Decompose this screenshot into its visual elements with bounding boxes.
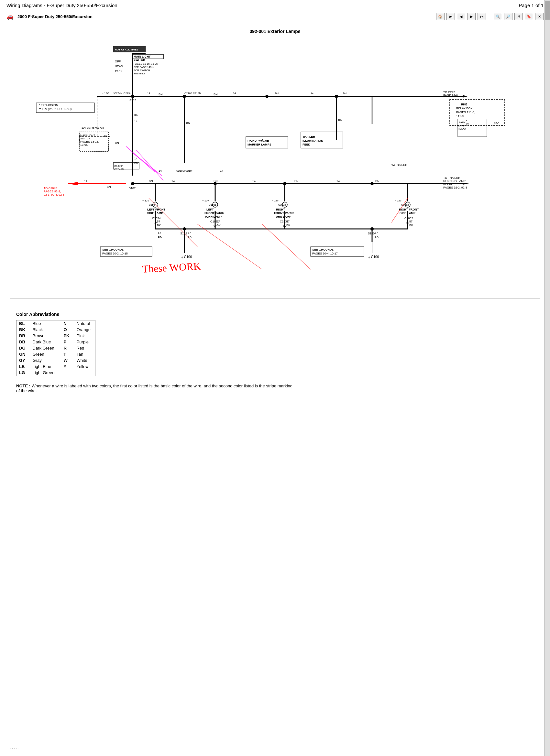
svg-text:14: 14 xyxy=(84,179,87,183)
svg-text:HOT AT ALL TIMES: HOT AT ALL TIMES xyxy=(115,48,139,51)
scrollbar-thumb[interactable] xyxy=(545,1,550,20)
svg-text:14: 14 xyxy=(147,92,150,95)
svg-text:FEED: FEED xyxy=(303,143,311,146)
color-abbr: DB xyxy=(16,339,30,345)
svg-text:⊕: ⊕ xyxy=(281,204,283,207)
svg-text:14: 14 xyxy=(171,179,175,183)
prev-icon[interactable]: ◀ xyxy=(457,13,465,20)
svg-text:ILLUMINATION: ILLUMINATION xyxy=(303,139,323,142)
svg-text:BN: BN xyxy=(375,179,380,183)
svg-text:BK: BK xyxy=(217,224,221,227)
header-title: Wiring Diagrams - F-Super Duty 250-550/E… xyxy=(6,3,117,8)
svg-text:*C274b *C273a: *C274b *C273a xyxy=(113,92,131,95)
svg-text:RELAY: RELAY xyxy=(443,183,453,186)
svg-text:MAIN LIGHT: MAIN LIGHT xyxy=(134,55,151,58)
svg-text:~ 12V: ~ 12V xyxy=(272,199,279,202)
svg-text:* EXCURSION: * EXCURSION xyxy=(39,103,58,107)
diagram-title: 092-001 Exterior Lamps xyxy=(10,29,540,34)
svg-text:PICKUP W/CAB: PICKUP W/CAB xyxy=(247,139,269,142)
svg-text:BK: BK xyxy=(375,235,379,238)
svg-text:14: 14 xyxy=(134,157,137,160)
svg-text:BN: BN xyxy=(186,121,190,124)
color-abbr: PK xyxy=(61,333,74,339)
color-name: Light Green xyxy=(30,370,61,376)
scrollbar[interactable] xyxy=(544,0,550,756)
svg-text:BN: BN xyxy=(343,92,347,95)
color-table-row: BLBlueNNatural xyxy=(16,320,95,327)
color-name: Red xyxy=(74,345,95,351)
svg-text:SWITCH: SWITCH xyxy=(134,58,145,61)
svg-text:111-9: 111-9 xyxy=(456,114,464,118)
color-table-row: BRBrownPKPink xyxy=(16,333,95,339)
svg-text:⏚ G100: ⏚ G100 xyxy=(368,255,379,259)
color-name: Dark Blue xyxy=(30,339,61,345)
svg-text:PAGES 10-4, 10-17: PAGES 10-4, 10-17 xyxy=(312,252,338,255)
color-abbr: R xyxy=(61,345,74,351)
svg-text:BN: BN xyxy=(338,118,342,121)
svg-text:PAGES 111-3,: PAGES 111-3, xyxy=(456,111,475,114)
svg-text:C218F C218M: C218F C218M xyxy=(184,92,201,95)
svg-text:~ 12V: ~ 12V xyxy=(102,92,109,95)
color-abbreviations-table: BLBlueNNaturalBKBlackOOrangeBRBrownPKPin… xyxy=(16,320,95,376)
svg-text:RELAY BOX: RELAY BOX xyxy=(456,107,472,110)
color-name: Orange xyxy=(74,327,95,333)
svg-text:C1054: C1054 xyxy=(152,217,161,220)
svg-text:BN: BN xyxy=(158,93,163,96)
zoom-in-icon[interactable]: 🔍 xyxy=(494,13,502,20)
prev-prev-icon[interactable]: ⏮ xyxy=(447,13,455,20)
main-content: 092-001 Exterior Lamps HOT AT ALL TIMES … xyxy=(0,22,550,403)
svg-text:SEE GROUNDS: SEE GROUNDS xyxy=(312,248,334,251)
vehicle-icon: 🚗 xyxy=(6,13,14,20)
zoom-out-icon[interactable]: 🔎 xyxy=(504,13,512,20)
toolbar: 🚗 2000 F-Super Duty 250-550/Excursion 🏠 … xyxy=(0,11,550,22)
color-abbr: Y xyxy=(61,363,74,370)
color-abbr: LB xyxy=(16,363,30,370)
color-section-title: Color Abbreviations xyxy=(16,312,534,317)
color-name: Yellow xyxy=(74,363,95,370)
color-abbr: BK xyxy=(16,327,30,333)
svg-text:BN: BN xyxy=(295,179,299,183)
svg-text:LEFT: LEFT xyxy=(206,208,214,211)
svg-text:BN: BN xyxy=(115,141,119,145)
svg-point-180 xyxy=(283,182,286,185)
note-body: Whenever a wire is labeled with two colo… xyxy=(16,383,293,393)
next-icon[interactable]: ▶ xyxy=(467,13,476,20)
close-icon[interactable]: ✕ xyxy=(535,13,544,20)
next-next-icon[interactable]: ⏭ xyxy=(478,13,486,20)
svg-text:RIGHT: RIGHT xyxy=(276,208,286,211)
color-name: Tan xyxy=(74,351,95,357)
color-name: Blue xyxy=(30,320,61,327)
svg-text:BK: BK xyxy=(409,224,413,227)
svg-line-172 xyxy=(136,150,163,180)
svg-text:6: 6 xyxy=(79,138,80,141)
color-table-row: GNGreenTTan xyxy=(16,351,95,357)
home-icon[interactable]: 🏠 xyxy=(436,13,445,20)
svg-text:MAIN LIGHT: MAIN LIGHT xyxy=(80,134,95,137)
svg-text:14: 14 xyxy=(158,169,162,172)
svg-text:PAGES 92-2, 92-3: PAGES 92-2, 92-3 xyxy=(443,186,467,189)
svg-text:BK: BK xyxy=(158,235,162,238)
color-name: Dark Green xyxy=(30,345,61,351)
svg-text:57: 57 xyxy=(158,231,161,234)
svg-text:SWITCH: SWITCH xyxy=(80,137,91,140)
svg-text:⊕: ⊕ xyxy=(404,204,406,207)
svg-text:TO C222: TO C222 xyxy=(443,91,455,94)
svg-text:~ 12V: ~ 12V xyxy=(492,122,499,124)
svg-point-179 xyxy=(213,182,217,185)
color-name: Light Blue xyxy=(30,363,61,370)
svg-text:BN: BN xyxy=(275,92,279,95)
svg-text:13-95: 13-95 xyxy=(80,143,88,146)
svg-text:MARKER LAMPS: MARKER LAMPS xyxy=(247,143,271,146)
bookmark-icon[interactable]: 🔖 xyxy=(525,13,533,20)
svg-text:BK: BK xyxy=(157,224,161,227)
svg-text:PARK: PARK xyxy=(459,121,466,124)
page-info: Page 1 of 1 xyxy=(519,3,544,8)
svg-text:PARK: PARK xyxy=(115,70,123,73)
svg-text:BN: BN xyxy=(213,93,218,96)
svg-text:OFF: OFF xyxy=(115,60,121,63)
print-icon[interactable]: 🖨 xyxy=(514,13,523,20)
svg-text:SEE GROUNDS: SEE GROUNDS xyxy=(102,248,124,251)
svg-text:⏚ G100: ⏚ G100 xyxy=(181,255,192,259)
svg-text:14: 14 xyxy=(220,169,223,172)
note-label: NOTE : xyxy=(16,383,30,388)
